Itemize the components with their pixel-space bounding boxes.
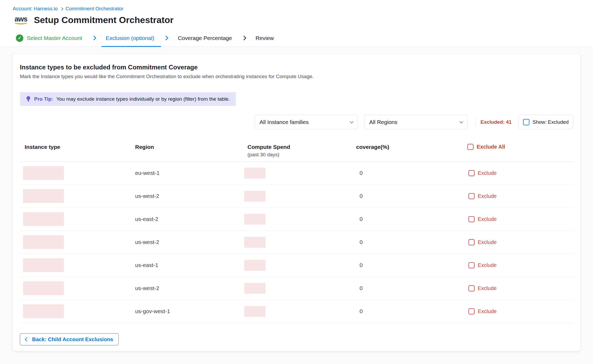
table-row: eu-west-1 0 Exclude [20, 162, 573, 185]
redacted-instance-type [23, 235, 64, 249]
aws-smile-icon [14, 20, 28, 24]
col-compute-spend-sub: (past 30 days) [247, 152, 356, 158]
row-exclude-checkbox[interactable] [468, 308, 475, 314]
row-exclude-checkbox[interactable] [468, 170, 475, 176]
row-exclude-control[interactable]: Exclude [467, 193, 573, 199]
chevron-down-icon [349, 119, 353, 123]
show-excluded-label: Show: Excluded [533, 119, 569, 125]
col-compute-spend: Compute Spend (past 30 days) [244, 144, 356, 158]
vertical-divider [475, 118, 475, 126]
row-exclude-checkbox[interactable] [468, 216, 475, 222]
row-region: eu-west-1 [135, 170, 244, 176]
show-excluded-checkbox[interactable] [523, 119, 529, 125]
table-body: eu-west-1 0 Exclude us-west-2 0 Exclude … [20, 162, 573, 323]
redacted-instance-type [23, 212, 64, 226]
chevron-right-icon [241, 35, 246, 40]
step-label: Select Master Account [27, 35, 82, 41]
filters-row: All Instance families All Regions Exclud… [20, 115, 573, 129]
card-subheading: Mark the Instance types you would like t… [20, 73, 573, 79]
row-exclude-control[interactable]: Exclude [467, 285, 573, 291]
regions-value: All Regions [369, 119, 397, 125]
show-excluded-toggle[interactable]: Show: Excluded [519, 115, 573, 129]
redacted-instance-type [23, 189, 64, 203]
row-exclude-checkbox[interactable] [468, 193, 475, 199]
redacted-compute-spend [244, 168, 265, 179]
exclusion-card: Instance types to be excluded from Commi… [13, 54, 580, 351]
card-heading: Instance types to be excluded from Commi… [20, 63, 573, 71]
table-row: us-west-2 0 Exclude [20, 231, 573, 254]
step-review[interactable]: Review [256, 29, 274, 47]
redacted-compute-spend [244, 260, 265, 271]
chevron-left-icon [25, 337, 29, 341]
breadcrumb-account-link[interactable]: Account: Harness.io [13, 6, 58, 12]
col-region: Region [135, 144, 244, 150]
pro-tip-label: Pro Tip: [34, 96, 53, 102]
regions-dropdown[interactable]: All Regions [364, 115, 468, 129]
redacted-instance-type [23, 281, 64, 295]
exclude-all-label: Exclude All [477, 144, 505, 150]
table-row: us-east-1 0 Exclude [20, 254, 573, 277]
step-coverage-percentage[interactable]: Coverage Percentage [178, 29, 232, 47]
back-button[interactable]: Back: Child Account Exclusions [20, 333, 119, 345]
wizard-stepper: ✓ Select Master Account Exclusion (optio… [0, 29, 593, 47]
step-label: Review [256, 35, 274, 41]
pro-tip-text: You may exclude instance types individua… [56, 96, 230, 102]
back-button-label: Back: Child Account Exclusions [32, 336, 113, 343]
aws-logo-icon: aws [13, 16, 29, 24]
instance-families-dropdown[interactable]: All Instance families [255, 115, 358, 129]
row-exclude-checkbox[interactable] [468, 262, 475, 268]
row-exclude-label: Exclude [478, 308, 497, 314]
redacted-instance-type [23, 258, 64, 272]
row-exclude-label: Exclude [478, 285, 497, 291]
chevron-down-icon [459, 119, 463, 123]
redacted-compute-spend [244, 191, 265, 202]
row-exclude-label: Exclude [478, 239, 497, 245]
exclusions-table: Instance type Region Compute Spend (past… [20, 139, 573, 323]
row-coverage: 0 [356, 262, 467, 268]
row-exclude-control[interactable]: Exclude [467, 262, 573, 268]
chevron-right-icon [164, 35, 169, 40]
redacted-instance-type [23, 304, 64, 318]
redacted-compute-spend [244, 237, 265, 248]
redacted-compute-spend [244, 306, 265, 317]
row-region: us-east-1 [135, 262, 244, 268]
row-region: us-west-2 [135, 239, 244, 245]
title-row: aws Setup Commitment Orchestrator [0, 12, 593, 25]
step-label: Exclusion (optional) [106, 35, 154, 41]
row-exclude-control[interactable]: Exclude [467, 170, 573, 176]
row-exclude-control[interactable]: Exclude [467, 239, 573, 245]
chevron-right-icon [91, 35, 96, 40]
row-exclude-control[interactable]: Exclude [467, 216, 573, 222]
step-exclusion[interactable]: Exclusion (optional) [106, 29, 154, 47]
table-header: Instance type Region Compute Spend (past… [20, 139, 573, 162]
row-coverage: 0 [356, 285, 467, 291]
step-select-master-account[interactable]: ✓ Select Master Account [16, 29, 82, 47]
redacted-compute-spend [244, 214, 265, 225]
row-exclude-control[interactable]: Exclude [467, 308, 573, 314]
table-row: us-east-2 0 Exclude [20, 208, 573, 231]
row-region: us-west-2 [135, 193, 244, 199]
table-row: us-gov-west-1 0 Exclude [20, 300, 573, 323]
row-exclude-label: Exclude [478, 262, 497, 268]
row-coverage: 0 [356, 239, 467, 245]
row-region: us-east-2 [135, 216, 244, 222]
lightbulb-icon [26, 96, 31, 103]
row-region: us-gov-west-1 [135, 308, 244, 314]
exclude-all-control[interactable]: Exclude All [467, 144, 573, 150]
row-exclude-label: Exclude [478, 216, 497, 222]
pro-tip-banner: Pro Tip: You may exclude instance types … [20, 92, 236, 106]
page-title: Setup Commitment Orchestrator [34, 15, 174, 25]
top-header: Account: Harness.io Commitment Orchestra… [0, 0, 593, 47]
row-exclude-checkbox[interactable] [468, 285, 475, 291]
row-coverage: 0 [356, 193, 467, 199]
excluded-count: Excluded: 41 [481, 119, 512, 125]
col-coverage: coverage(%) [356, 144, 467, 150]
row-exclude-checkbox[interactable] [468, 239, 475, 245]
breadcrumb-chevron-icon [60, 7, 63, 11]
row-coverage: 0 [356, 308, 467, 314]
row-coverage: 0 [356, 170, 467, 176]
exclude-all-checkbox[interactable] [467, 144, 473, 150]
table-row: us-west-2 0 Exclude [20, 277, 573, 300]
breadcrumb-section-link[interactable]: Commitment Orchestrator [65, 6, 123, 12]
row-coverage: 0 [356, 216, 467, 222]
